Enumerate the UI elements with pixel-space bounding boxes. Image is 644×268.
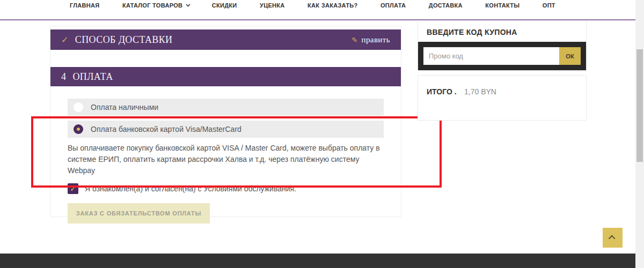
nav-item-label: КОНТАКТЫ xyxy=(485,2,519,9)
nav-item-label: КАТАЛОГ ТОВАРОВ xyxy=(122,2,182,9)
pencil-icon: ✎ xyxy=(352,36,357,44)
payment-option-cash[interactable]: Оплата наличными xyxy=(68,99,384,116)
footer-bar xyxy=(0,254,635,268)
promo-code-input[interactable] xyxy=(423,47,559,65)
scrollbar-thumb[interactable] xyxy=(636,49,643,162)
coupon-submit-button[interactable]: ОК xyxy=(559,47,581,65)
nav-item-payment[interactable]: ОПЛАТА xyxy=(380,1,406,10)
nav-item-label: ОПЛАТА xyxy=(380,2,406,9)
checkout-card: ✓ СПОСОБ ДОСТАВКИ ✎ править 4 ОПЛАТА Опл… xyxy=(50,26,401,217)
coupon-title: ВВЕДИТЕ КОД КУПОНА xyxy=(418,21,586,42)
terms-agreement-row: ✓ Я ознакомлен(а) и согласен(на) с Услов… xyxy=(68,183,384,194)
submit-order-button[interactable]: ЗАКАЗ С ОБЯЗАТЕЛЬСТВОМ ОПЛАТЫ xyxy=(68,203,210,224)
nav-items-row: ГЛАВНАЯ КАТАЛОГ ТОВАРОВ СКИДКИ УЦЕНКА КА… xyxy=(70,1,555,10)
payment-section-title: ОПЛАТА xyxy=(72,71,113,83)
nav-item-markdown[interactable]: УЦЕНКА xyxy=(260,1,285,10)
nav-item-label: ДОСТАВКА xyxy=(429,2,463,9)
delivery-section-header: ✓ СПОСОБ ДОСТАВКИ ✎ править xyxy=(50,29,401,50)
radio-icon[interactable] xyxy=(74,102,83,112)
payment-section-header: 4 ОПЛАТА xyxy=(50,67,401,86)
scrollbar[interactable] xyxy=(635,0,644,268)
check-icon: ✓ xyxy=(61,35,69,45)
chevron-down-icon xyxy=(186,2,190,6)
nav-item-label: КАК ЗАКАЗАТЬ? xyxy=(308,2,357,9)
payment-step-number: 4 xyxy=(61,71,66,83)
order-sidebar: ВВЕДИТЕ КОД КУПОНА ОК ИТОГО . 1,70 BYN xyxy=(418,21,587,121)
chevron-up-icon xyxy=(609,235,616,242)
delivery-section-title-group: ✓ СПОСОБ ДОСТАВКИ xyxy=(61,34,173,46)
radio-selected-icon[interactable] xyxy=(74,124,83,134)
nav-item-catalog[interactable]: КАТАЛОГ ТОВАРОВ xyxy=(122,1,189,10)
payment-option-label: Оплата наличными xyxy=(91,103,158,111)
edit-delivery-link[interactable]: ✎ править xyxy=(352,35,390,44)
nav-item-discounts[interactable]: СКИДКИ xyxy=(212,1,237,10)
terms-agreement-label: Я ознакомлен(а) и согласен(на) с Условия… xyxy=(85,184,296,193)
nav-item-label: СКИДКИ xyxy=(212,2,237,9)
nav-item-wholesale[interactable]: ОПТ xyxy=(543,1,555,10)
nav-item-delivery[interactable]: ДОСТАВКА xyxy=(429,1,463,10)
terms-checkbox[interactable]: ✓ xyxy=(68,183,78,194)
nav-item-how-to-order[interactable]: КАК ЗАКАЗАТЬ? xyxy=(308,1,357,10)
nav-item-home[interactable]: ГЛАВНАЯ xyxy=(70,1,99,10)
total-label: ИТОГО . xyxy=(427,87,457,96)
order-total-card: ИТОГО . 1,70 BYN xyxy=(418,75,587,121)
coupon-card: ВВЕДИТЕ КОД КУПОНА ОК xyxy=(418,21,587,71)
edit-delivery-label: править xyxy=(362,35,391,44)
nav-item-label: ГЛАВНАЯ xyxy=(70,2,99,9)
delivery-section-title: СПОСОБ ДОСТАВКИ xyxy=(75,34,173,46)
top-navigation: ГЛАВНАЯ КАТАЛОГ ТОВАРОВ СКИДКИ УЦЕНКА КА… xyxy=(0,0,635,20)
payment-option-label: Оплата банковской картой Visa/MasterCard xyxy=(91,125,241,133)
nav-item-label: УЦЕНКА xyxy=(260,2,285,9)
payment-form: Оплата наличными Оплата банковской карто… xyxy=(50,86,401,224)
nav-item-contacts[interactable]: КОНТАКТЫ xyxy=(485,1,519,10)
payment-option-card[interactable]: Оплата банковской картой Visa/MasterCard xyxy=(68,121,384,138)
nav-item-label: ОПТ xyxy=(543,2,555,9)
scroll-to-top-button[interactable] xyxy=(603,228,623,248)
total-value: 1,70 BYN xyxy=(464,87,496,96)
payment-description: Вы оплачиваете покупку банковской картой… xyxy=(68,143,384,176)
coupon-input-box: ОК xyxy=(418,42,586,70)
